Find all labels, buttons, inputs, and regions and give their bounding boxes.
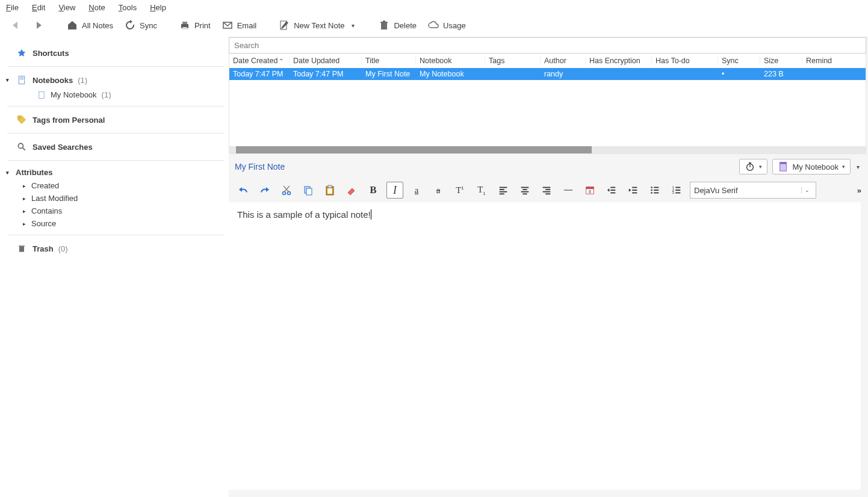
note-body-text: This is a sample of a typical note! <box>237 209 371 220</box>
font-selector[interactable]: DejaVu Serif ⌄ <box>690 182 816 199</box>
notebook-selector-button[interactable]: My Notebook ▾ <box>772 159 851 174</box>
sidebar-attr-source[interactable]: ▸ Source <box>7 217 224 230</box>
delete-button[interactable]: Delete <box>374 17 420 34</box>
col-has-todo[interactable]: Has To-do <box>652 57 718 65</box>
toolbar-overflow-button[interactable]: » <box>857 186 862 195</box>
triangle-down-icon[interactable]: ▾ <box>6 77 9 83</box>
sync-button[interactable]: Sync <box>120 17 161 34</box>
triangle-right-icon[interactable]: ▸ <box>23 221 26 227</box>
sort-indicator-icon: ⌃ <box>279 58 284 64</box>
insert-date-button[interactable]: 8 <box>581 182 598 199</box>
reminder-button[interactable]: ▾ <box>739 159 767 174</box>
menu-help[interactable]: Help <box>150 3 166 12</box>
menu-tools[interactable]: Tools <box>119 3 137 12</box>
search-input[interactable] <box>229 38 866 53</box>
redo-button[interactable] <box>256 182 273 199</box>
home-icon <box>66 19 78 31</box>
menu-file[interactable]: File <box>6 3 19 12</box>
col-tags[interactable]: Tags <box>485 57 541 65</box>
cut-button[interactable] <box>278 182 295 199</box>
sidebar-attr-contains[interactable]: ▸ Contains <box>7 205 224 217</box>
cell-date-updated: Today 7:47 PM <box>293 70 343 78</box>
note-more-button[interactable]: ▾ <box>851 164 862 170</box>
note-title[interactable]: My First Note <box>235 162 285 171</box>
subscript-button[interactable]: T1 <box>473 182 490 199</box>
underline-button[interactable]: a <box>408 182 425 199</box>
sidebar-item-my-notebook[interactable]: My Notebook (1) <box>7 88 224 101</box>
col-date-updated[interactable]: Date Updated <box>290 57 362 65</box>
align-center-button[interactable] <box>516 182 533 199</box>
sidebar-attributes[interactable]: ▾ Attributes <box>7 165 224 179</box>
italic-button[interactable]: I <box>386 182 403 199</box>
clear-format-button[interactable] <box>343 182 360 199</box>
all-notes-button[interactable]: All Notes <box>63 17 117 34</box>
align-right-button[interactable] <box>538 182 555 199</box>
email-button[interactable]: Email <box>218 17 261 34</box>
col-sync[interactable]: Sync <box>718 57 760 65</box>
indent-button[interactable] <box>625 182 642 199</box>
stopwatch-icon <box>745 161 755 172</box>
menu-note[interactable]: Note <box>88 3 105 12</box>
paste-button[interactable] <box>321 182 338 199</box>
svg-rect-30 <box>327 188 332 194</box>
col-notebook[interactable]: Notebook <box>416 57 485 65</box>
attr-created-label: Created <box>31 181 59 190</box>
triangle-right-icon[interactable]: ▸ <box>23 196 26 202</box>
strikethrough-button[interactable]: a <box>430 182 447 199</box>
cell-title: My First Note <box>365 70 410 78</box>
svg-point-22 <box>283 192 286 195</box>
sync-icon <box>124 19 136 31</box>
back-button[interactable] <box>6 17 25 34</box>
chevron-down-icon[interactable]: ▾ <box>348 22 356 29</box>
sidebar-tags[interactable]: Tags from Personal <box>7 111 224 128</box>
col-size[interactable]: Size <box>760 57 802 65</box>
svg-point-13 <box>18 143 23 148</box>
col-author[interactable]: Author <box>541 57 586 65</box>
svg-text:8: 8 <box>589 189 591 194</box>
triangle-down-icon[interactable]: ▾ <box>6 170 9 176</box>
my-notebook-label: My Notebook <box>51 90 97 99</box>
chevron-down-icon: ▾ <box>759 164 762 170</box>
copy-icon <box>302 184 314 196</box>
new-text-note-button[interactable]: New Text Note ▾ <box>274 17 360 34</box>
chevron-down-icon: ▾ <box>842 164 845 170</box>
align-left-icon <box>498 185 509 196</box>
undo-button[interactable] <box>235 182 252 199</box>
note-row[interactable]: Today 7:47 PM Today 7:47 PM My First Not… <box>229 68 866 80</box>
sidebar-notebooks[interactable]: ▾ Notebooks (1) <box>7 72 224 88</box>
sidebar-saved-searches[interactable]: Saved Searches <box>7 138 224 155</box>
horizontal-scrollbar[interactable] <box>229 146 866 153</box>
align-left-button[interactable] <box>495 182 512 199</box>
number-list-button[interactable]: 123 <box>668 182 685 199</box>
sidebar-attr-last-modified[interactable]: ▸ Last Modified <box>7 192 224 205</box>
forward-button[interactable] <box>29 17 48 34</box>
svg-point-55 <box>651 192 653 194</box>
menu-view[interactable]: View <box>58 3 75 12</box>
attributes-label: Attributes <box>16 168 52 177</box>
svg-rect-27 <box>306 188 312 195</box>
trash-icon <box>378 19 390 31</box>
col-title[interactable]: Title <box>362 57 416 65</box>
triangle-right-icon[interactable]: ▸ <box>23 208 26 214</box>
italic-icon: I <box>393 184 397 197</box>
superscript-button[interactable]: T1 <box>451 182 468 199</box>
bullet-list-button[interactable] <box>646 182 663 199</box>
svg-rect-5 <box>381 23 387 29</box>
bold-button[interactable]: B <box>365 182 382 199</box>
horizontal-rule-button[interactable] <box>560 182 577 199</box>
sidebar-trash[interactable]: Trash (0) <box>7 240 224 257</box>
print-button[interactable]: Print <box>175 17 214 34</box>
outdent-button[interactable] <box>603 182 620 199</box>
col-remind[interactable]: Remind <box>802 57 839 65</box>
usage-button[interactable]: Usage <box>424 17 470 34</box>
sidebar-shortcuts[interactable]: Shortcuts <box>7 45 224 61</box>
copy-button[interactable] <box>300 182 317 199</box>
triangle-right-icon[interactable]: ▸ <box>23 183 26 189</box>
trash-label: Trash <box>33 244 54 253</box>
col-has-encryption[interactable]: Has Encryption <box>586 57 652 65</box>
underline-icon: a <box>415 185 419 196</box>
menu-edit[interactable]: Edit <box>32 3 45 12</box>
note-editor[interactable]: This is a sample of a typical note! <box>229 202 861 490</box>
col-date-created[interactable]: Date Created ⌃ <box>229 57 290 65</box>
sidebar-attr-created[interactable]: ▸ Created <box>7 179 224 192</box>
